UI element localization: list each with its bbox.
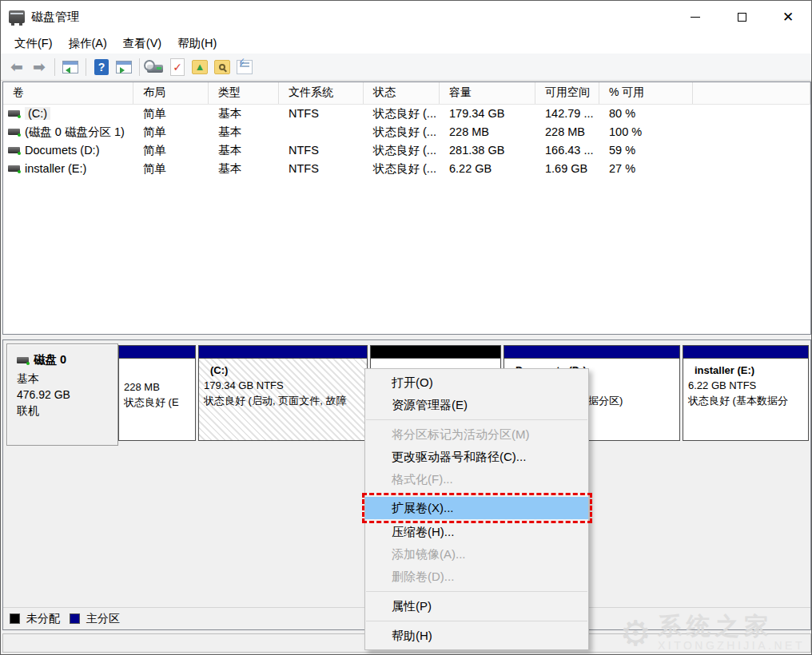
table-row[interactable]: (磁盘 0 磁盘分区 1) 简单 基本 状态良好 (... 228 MB 228… [3,123,810,141]
primary-partition-bar [683,346,808,359]
check-disk-button[interactable]: ✓ [166,56,189,78]
column-header-filesystem[interactable]: 文件系统 [279,82,364,104]
table-row[interactable]: Documets (D:) 简单 基本 NTFS 状态良好 (... 281.3… [3,141,810,160]
partition-e[interactable]: installer (E:) 6.22 GB NTFS 状态良好 (基本数据分 [683,345,809,441]
volume-list-pane: 卷 布局 类型 文件系统 状态 容量 可用空间 % 可用 (C:) 简单 基本 … [2,81,811,335]
volume-pct-free: 59 % [599,141,693,160]
menu-item-change-drive-letter[interactable]: 更改驱动器号和路径(C)... [365,446,588,468]
toolbar-separator [86,58,86,76]
menu-item-add-mirror: 添加镜像(A)... [365,543,588,566]
title-bar: 磁盘管理 ✕ [1,1,811,33]
legend-unallocated-label: 未分配 [26,612,60,626]
volume-status: 状态良好 (... [364,105,440,123]
volume-free-space: 142.79 ... [535,105,599,123]
volume-layout: 简单 [133,141,209,160]
show-console-tree-button[interactable] [59,56,82,78]
menu-view[interactable]: 查看(V) [116,34,169,54]
menu-item-shrink-volume[interactable]: 压缩卷(H)... [365,521,588,543]
volume-type: 基本 [209,141,279,160]
menu-action[interactable]: 操作(A) [62,34,114,54]
volume-capacity: 281.38 GB [440,141,535,160]
primary-partition-bar [504,346,679,359]
forward-button[interactable]: ➡ [28,56,50,78]
column-header-status[interactable]: 状态 [364,82,440,104]
volume-free-space: 228 MB [535,123,599,141]
volume-disk-icon [8,147,20,153]
menu-item-help[interactable]: 帮助(H) [365,625,588,647]
partition-name: (C:) [204,363,365,378]
partition-c-selected[interactable]: (C:) 179.34 GB NTFS 状态良好 (启动, 页面文件, 故障 [198,345,368,441]
volume-layout: 简单 [133,160,209,178]
volume-disk-icon [8,110,20,117]
primary-partition-bar [199,346,367,359]
back-button[interactable]: ⬅ [6,56,28,78]
volume-type: 基本 [209,123,279,141]
volume-type: 基本 [209,105,279,123]
column-header-volume[interactable]: 卷 [3,82,133,104]
disk0-label-panel[interactable]: 磁盘 0 基本 476.92 GB 联机 [6,343,118,446]
show-action-pane-button[interactable] [113,56,135,78]
volume-filesystem: NTFS [279,141,364,160]
folder-search-button[interactable] [211,56,233,78]
menu-item-explorer[interactable]: 资源管理器(E) [365,394,588,416]
legend-unallocated-swatch [10,613,20,624]
partition-size: 179.34 GB NTFS [204,378,365,393]
legend-primary-label: 主分区 [86,612,120,626]
console-tree-icon [62,61,78,73]
volume-name: installer (E:) [25,162,86,175]
menu-help[interactable]: 帮助(H) [170,34,224,54]
disk-name: 磁盘 0 [34,352,66,367]
task-list-icon [237,60,253,74]
minimize-icon [691,17,700,18]
disk-drive-app-icon [9,10,25,23]
task-list-button[interactable] [233,56,256,78]
volume-status: 状态良好 (... [364,160,440,178]
menu-item-mark-active: 将分区标记为活动分区(M) [365,423,588,446]
extend-volume-highlight-wrap: 扩展卷(X)... [365,497,588,519]
disk-magnifier-icon [147,65,163,73]
partition-status: 状态良好 (启动, 页面文件, 故障 [204,393,365,408]
volume-name: (C:) [25,107,50,120]
volume-filesystem: NTFS [279,105,364,123]
maximize-button[interactable] [718,1,765,33]
volume-capacity: 6.22 GB [440,160,535,178]
folder-up-button[interactable]: ▲ [189,56,211,78]
column-header-pct-free[interactable]: % 可用 [599,82,693,104]
table-row[interactable]: installer (E:) 简单 基本 NTFS 状态良好 (... 6.22… [3,160,810,178]
disk-icon [17,357,29,363]
close-button[interactable]: ✕ [765,1,811,33]
partition-system-228mb[interactable]: 228 MB 状态良好 (E [118,345,196,441]
menu-separator [366,419,587,420]
column-header-type[interactable]: 类型 [209,82,279,104]
volume-type: 基本 [209,160,279,178]
disk-size: 476.92 GB [17,387,117,403]
folder-search-icon [214,60,230,74]
partition-context-menu: 打开(O) 资源管理器(E) 将分区标记为活动分区(M) 更改驱动器号和路径(C… [364,368,589,650]
menu-item-open[interactable]: 打开(O) [365,371,588,394]
column-header-layout[interactable]: 布局 [133,82,209,104]
column-header-free-space[interactable]: 可用空间 [535,82,599,104]
volume-pct-free: 100 % [599,123,693,141]
table-row[interactable]: (C:) 简单 基本 NTFS 状态良好 (... 179.34 GB 142.… [3,105,810,123]
column-header-empty [693,82,810,104]
menu-item-properties[interactable]: 属性(P) [365,595,588,617]
volume-filesystem: NTFS [279,160,364,178]
menu-file[interactable]: 文件(F) [7,34,60,54]
volume-pct-free: 80 % [599,105,693,123]
help-button[interactable]: ? [90,56,113,78]
toolbar: ⬅ ➡ ? ✓ ▲ [1,54,811,81]
window-title: 磁盘管理 [31,10,79,25]
back-arrow-icon: ⬅ [10,59,23,74]
partition-status: 状态良好 (基本数据分 [688,393,806,408]
volume-layout: 简单 [133,123,209,141]
minimize-button[interactable] [672,1,718,33]
menu-bar: 文件(F) 操作(A) 查看(V) 帮助(H) [1,33,811,54]
unallocated-partition-bar [371,346,500,359]
menu-item-delete-volume: 删除卷(D)... [365,566,588,588]
volume-disk-icon [8,129,20,135]
menu-item-extend-volume[interactable]: 扩展卷(X)... [365,497,588,519]
volume-status: 状态良好 (... [364,123,440,141]
disk-properties-button[interactable] [144,56,166,78]
forward-arrow-icon: ➡ [33,59,46,74]
column-header-capacity[interactable]: 容量 [440,82,535,104]
